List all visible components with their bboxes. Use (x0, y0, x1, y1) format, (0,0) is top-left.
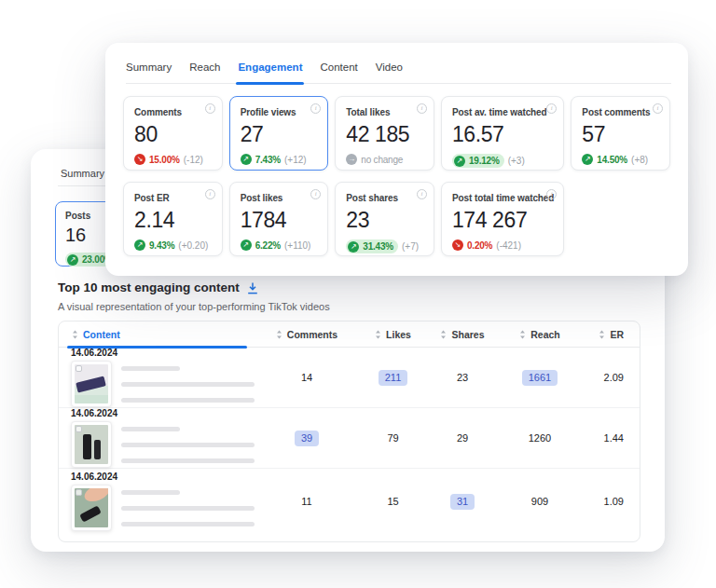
video-thumbnail[interactable] (71, 485, 112, 531)
metric-delta-change: (+110) (284, 240, 310, 251)
metric-label: Post likes (241, 193, 319, 203)
tab-summary-bg[interactable]: Summary (61, 168, 104, 179)
column-label: ER (610, 329, 624, 340)
info-icon[interactable]: i (546, 189, 557, 199)
metric-value: 42 185 (346, 122, 424, 147)
metric-value: 27 (241, 122, 319, 147)
metric-card-profile-views[interactable]: i Profile views 27 ↗ 7.43% (+12) (229, 96, 329, 171)
active-column-underline (67, 346, 247, 349)
video-thumbnail[interactable] (71, 421, 112, 468)
cell-reach: 1661 (498, 370, 582, 386)
info-icon[interactable]: i (653, 103, 663, 114)
info-icon[interactable]: i (417, 103, 427, 114)
metric-label: Post comments (582, 107, 660, 117)
media-badge-icon (76, 489, 82, 496)
column-header-likes[interactable]: Likes (359, 329, 427, 340)
metric-delta-pct: 7.43% (255, 155, 281, 165)
metric-value: 1784 (241, 208, 319, 233)
info-icon[interactable]: i (205, 103, 215, 114)
top-content-table: Content Comments Likes Shares Reach ER (58, 321, 640, 542)
cell-likes: 79 (359, 432, 427, 444)
metric-value: 2.14 (134, 208, 213, 233)
metric-delta-change: (-12) (184, 155, 203, 165)
metric-label: Comments (134, 107, 213, 117)
metric-card-total-likes[interactable]: i Total likes 42 185 → no change (335, 96, 434, 171)
media-badge-icon (76, 365, 82, 372)
video-thumbnail[interactable] (71, 361, 112, 407)
engagement-panel: Summary Reach Engagement Content Video i… (105, 43, 688, 276)
tab-summary[interactable]: Summary (126, 62, 172, 73)
cell-likes: 211 (359, 370, 427, 386)
cell-er: 1.44 (582, 432, 640, 444)
metric-delta-pct: 0.20% (467, 240, 492, 251)
column-header-reach[interactable]: Reach (498, 329, 582, 340)
column-header-er[interactable]: ER (582, 329, 640, 340)
metric-label: Post ER (134, 193, 213, 203)
cell-shares: 29 (427, 432, 498, 444)
trend-up-icon: ↗ (67, 254, 78, 266)
metric-card-post-shares[interactable]: i Post shares 23 ↗ 31.43% (+7) (335, 182, 434, 256)
cell-shares: 31 (427, 494, 498, 510)
column-label: Likes (386, 329, 411, 340)
caption-placeholder (121, 366, 255, 403)
metric-card-post-comments[interactable]: i Post comments 57 ↗ 14.50% (+8) (571, 96, 670, 171)
cell-er: 1.09 (582, 496, 640, 507)
download-icon[interactable] (247, 282, 258, 294)
column-label: Shares (451, 329, 484, 340)
cell-comments: 39 (255, 431, 359, 446)
metric-delta-change: (+7) (402, 241, 419, 252)
metric-delta-change: (+8) (631, 155, 648, 165)
metric-value: 174 267 (452, 208, 554, 233)
table-row[interactable]: 14.06.2024 14 211 23 1661 2.09 (59, 348, 640, 408)
cell-shares: 23 (427, 372, 498, 383)
cell-comments: 14 (255, 372, 359, 383)
trend-flat-icon: → (346, 154, 357, 165)
info-icon[interactable]: i (205, 189, 215, 199)
info-icon[interactable]: i (310, 103, 321, 114)
metric-card-post-likes[interactable]: i Post likes 1784 ↗ 6.22% (+110) (229, 182, 329, 256)
info-icon[interactable]: i (417, 189, 427, 199)
table-row[interactable]: 14.06.2024 39 79 29 1260 1.44 (59, 408, 640, 469)
cell-er: 2.09 (582, 372, 640, 383)
caption-placeholder (121, 427, 255, 463)
trend-down-icon: ↘ (452, 239, 463, 251)
trend-up-icon: ↗ (241, 239, 252, 251)
metric-label: Total likes (346, 107, 424, 117)
tab-bar: Summary Reach Engagement Content Video (126, 62, 671, 84)
info-icon[interactable]: i (310, 189, 321, 199)
metric-delta-change: (+0.20) (178, 240, 208, 251)
trend-down-icon: ↘ (134, 154, 145, 165)
cell-comments: 11 (255, 496, 359, 507)
info-icon[interactable]: i (546, 103, 557, 114)
tab-content[interactable]: Content (320, 62, 357, 73)
metric-card-comments[interactable]: i Comments 80 ↘ 15.00% (-12) (123, 96, 223, 171)
tab-engagement[interactable]: Engagement (238, 62, 302, 73)
table-header: Content Comments Likes Shares Reach ER (59, 321, 640, 348)
metric-delta-pct: 14.50% (597, 155, 627, 165)
metric-value: 57 (582, 122, 660, 147)
metric-delta-pct: no change (361, 155, 403, 165)
column-label: Content (83, 329, 120, 340)
sort-icon (519, 330, 526, 339)
sort-icon (599, 330, 605, 339)
table-row[interactable]: 14.06.2024 11 15 31 909 1.09 (59, 469, 640, 534)
metric-delta-pct: 9.43% (149, 240, 174, 251)
metric-label: Post shares (346, 193, 424, 203)
section-title-text: Top 10 most engaging content (58, 280, 240, 294)
metric-card-post-er[interactable]: i Post ER 2.14 ↗ 9.43% (+0.20) (123, 182, 223, 256)
tab-reach[interactable]: Reach (189, 62, 220, 73)
post-date: 14.06.2024 (71, 348, 255, 358)
column-header-comments[interactable]: Comments (255, 329, 359, 340)
trend-up-icon: ↗ (134, 239, 145, 251)
metric-value: 16.57 (452, 122, 554, 147)
column-label: Reach (530, 329, 560, 340)
metric-card-post-total-time-watched[interactable]: i Post total time watched 174 267 ↘ 0.20… (441, 182, 564, 256)
metric-delta-change: (-421) (496, 240, 521, 251)
tab-video[interactable]: Video (376, 62, 403, 73)
media-badge-icon (76, 426, 82, 432)
trend-up-icon: ↗ (241, 154, 252, 165)
metric-card-post-av-time-watched[interactable]: i Post av. time watched 16.57 ↗ 19.12% (… (441, 96, 564, 171)
column-header-content[interactable]: Content (59, 329, 255, 340)
sort-icon (440, 330, 447, 339)
column-header-shares[interactable]: Shares (427, 329, 498, 340)
